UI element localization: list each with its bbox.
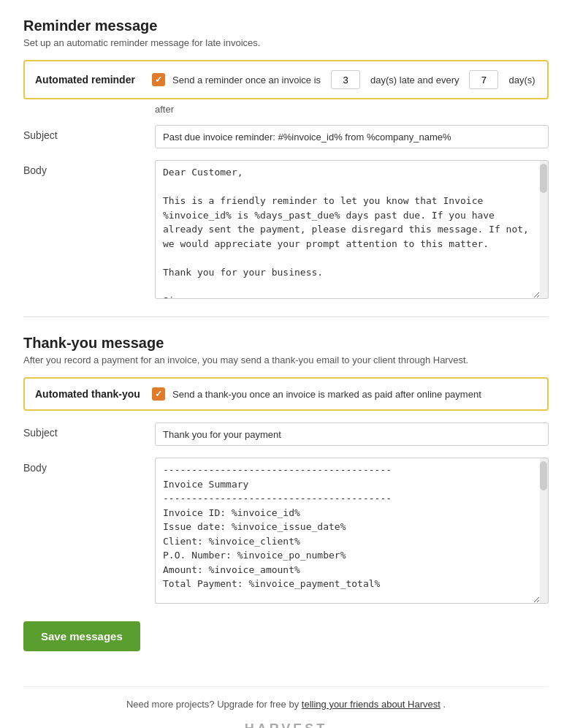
reminder-subject-input[interactable] — [155, 125, 549, 148]
reminder-subject-row: Subject — [23, 125, 549, 148]
thankyou-body-scrollbar[interactable] — [540, 458, 549, 604]
reminder-checkbox[interactable] — [152, 73, 165, 86]
thankyou-checkbox[interactable] — [152, 387, 165, 401]
footer-upgrade-text: Need more projects? Upgrade for free by … — [23, 699, 549, 710]
reminder-after-label: after — [155, 104, 549, 115]
thankyou-inline-text: Send a thank-you once an invoice is mark… — [172, 389, 481, 400]
thankyou-checkbox-wrapper[interactable] — [152, 387, 165, 401]
reminder-days-late-input[interactable] — [331, 70, 360, 89]
automated-reminder-row: Automated reminder Send a reminder once … — [23, 60, 549, 99]
automated-reminder-label: Automated reminder — [35, 74, 145, 86]
footer-upgrade-prefix: Need more projects? Upgrade for free by — [126, 699, 299, 710]
reminder-body-container — [155, 160, 549, 299]
thankyou-section-subtitle: After you record a payment for an invoic… — [23, 354, 549, 365]
footer-upgrade-link[interactable]: telling your friends about Harvest — [302, 699, 441, 710]
reminder-inline-text-before: Send a reminder once an invoice is — [172, 75, 321, 86]
footer-logo: HARVEST — [23, 721, 549, 728]
reminder-body-scrollbar-thumb — [540, 164, 547, 193]
reminder-section-title: Reminder message — [23, 18, 549, 34]
section-divider — [23, 316, 549, 317]
thankyou-subject-label: Subject — [23, 422, 155, 439]
save-button-area: Save messages — [23, 615, 549, 651]
automated-thankyou-label: Automated thank-you — [35, 388, 145, 400]
footer-upgrade-suffix: . — [443, 699, 446, 710]
footer: Need more projects? Upgrade for free by … — [23, 686, 549, 728]
reminder-days-repeat-input[interactable] — [469, 70, 498, 89]
reminder-days-repeat-unit: day(s) — [508, 75, 535, 86]
reminder-days-late-unit: day(s) late and every — [370, 75, 459, 86]
reminder-checkbox-wrapper[interactable] — [152, 73, 165, 86]
thankyou-subject-input[interactable] — [155, 422, 549, 446]
save-messages-button[interactable]: Save messages — [23, 621, 140, 651]
thankyou-body-container — [155, 458, 549, 604]
thankyou-body-label: Body — [23, 458, 155, 474]
reminder-subject-label: Subject — [23, 125, 155, 141]
thankyou-subject-row: Subject — [23, 422, 549, 446]
automated-thankyou-row: Automated thank-you Send a thank-you onc… — [23, 377, 549, 411]
reminder-body-label: Body — [23, 160, 155, 176]
thankyou-body-textarea[interactable] — [155, 458, 540, 604]
thankyou-body-scrollbar-thumb — [540, 461, 547, 490]
thankyou-body-row: Body — [23, 458, 549, 604]
thankyou-section-title: Thank-you message — [23, 335, 549, 352]
reminder-section-subtitle: Set up an automatic reminder message for… — [23, 37, 549, 48]
reminder-body-row: Body — [23, 160, 549, 299]
reminder-body-textarea[interactable] — [155, 160, 540, 299]
reminder-body-scrollbar[interactable] — [540, 160, 549, 299]
